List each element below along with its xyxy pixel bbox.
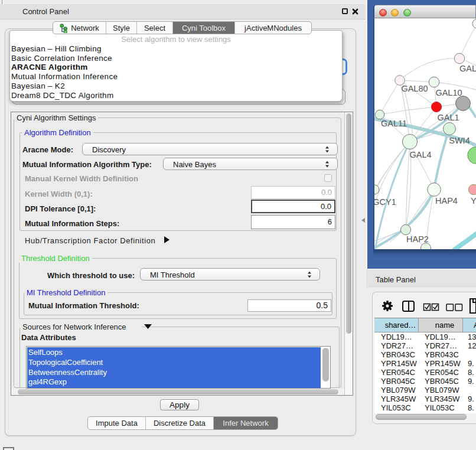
svg-text:GAL4: GAL4 [409,150,431,159]
svg-text:YM: YM [471,196,476,206]
svg-text:GAL80: GAL80 [401,84,428,93]
svg-text:GAL11: GAL11 [381,119,407,128]
svg-text:HAP2: HAP2 [406,234,429,244]
svg-text:GAL10: GAL10 [435,88,462,97]
svg-text:SWI4: SWI4 [449,136,470,145]
svg-text:HAP4: HAP4 [435,196,458,206]
svg-text:GCY1: GCY1 [374,197,396,207]
svg-text:GAL7: GAL7 [459,64,476,73]
svg-text:GAL1: GAL1 [437,113,459,122]
